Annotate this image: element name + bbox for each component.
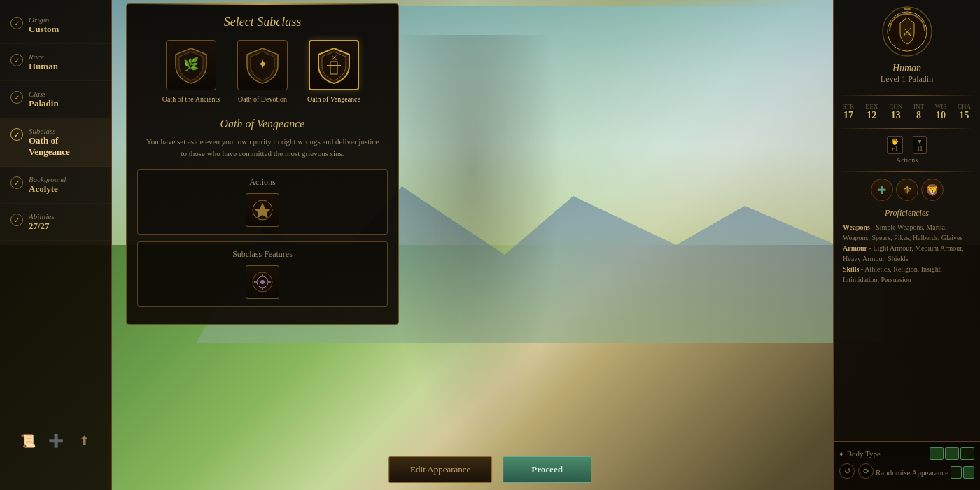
str-value: 17 [844, 110, 853, 121]
abilities-label: Abilities [29, 212, 55, 220]
body-type-buttons [930, 447, 974, 460]
body-icon: ♦ [839, 449, 844, 458]
action-ability-icon[interactable] [246, 193, 279, 227]
body-type-btn-1[interactable] [930, 447, 944, 460]
sidebar-item-background[interactable]: ✓ Background Acolyte [0, 167, 111, 204]
subclass-feature-icon[interactable] [246, 265, 279, 299]
str-label: STR [843, 103, 855, 110]
prof-icon-1[interactable]: ✚ [871, 178, 893, 201]
class-value: Paladin [29, 98, 59, 109]
feature-svg [251, 271, 274, 293]
background-check: ✓ [10, 176, 23, 189]
subclass-features-title: Subclass Features [148, 249, 377, 260]
race-label: Race [29, 52, 58, 61]
proceed-button[interactable]: Proceed [503, 456, 592, 483]
randomise-row: ↺ ⟳ Randomise Appearance [839, 463, 974, 481]
panel-title: Select Subclass [137, 15, 388, 29]
prof-icon-2[interactable]: ⚜ [896, 178, 918, 201]
right-panel: ⚔ Human Level 1 Paladin STR 17 DEX 12 CO… [833, 0, 980, 490]
vengeance-shield-icon: ⚔ [316, 46, 351, 85]
ancients-shield-icon: 🌿 [174, 46, 209, 85]
svg-rect-4 [327, 65, 341, 66]
desc-text: You have set aside even your own purity … [144, 136, 381, 159]
sidebar-item-abilities[interactable]: ✓ Abilities 27/27 [0, 204, 111, 241]
sidebar-item-class[interactable]: ✓ Class Paladin [0, 81, 111, 118]
subclass-option-devotion[interactable]: ✦ Oath of Devotion [231, 40, 294, 104]
abilities-check: ✓ [10, 214, 23, 226]
stat-con: CON 13 [889, 103, 902, 121]
subclass-check: ✓ [10, 128, 23, 141]
svg-text:⚔: ⚔ [331, 54, 337, 62]
stats-divider-top [837, 95, 976, 96]
con-value: 13 [891, 110, 901, 121]
svg-text:⚔: ⚔ [902, 26, 912, 38]
devotion-name: Oath of Devotion [238, 94, 287, 104]
reaction-icon: ♥ [918, 138, 921, 145]
subclass-value: Oath of Vengeance [29, 135, 101, 158]
subclass-features-box: Subclass Features [137, 241, 388, 307]
character-crest-svg: ⚔ [879, 4, 935, 59]
vengeance-name: Oath of Vengeance [307, 94, 360, 104]
randomise-icon-1[interactable]: ↺ [839, 463, 855, 479]
edit-appearance-button[interactable]: Edit Appearance [388, 456, 492, 483]
class-check: ✓ [10, 91, 23, 104]
actions-feature-title: Actions [148, 177, 377, 188]
subclass-description: Oath of Vengeance You have set aside eve… [137, 118, 388, 169]
randomise-btn-2[interactable] [963, 466, 974, 479]
stats-divider-mid [837, 128, 976, 129]
armour-label: Armour [843, 244, 867, 252]
reaction-value: 11 [917, 145, 923, 152]
body-type-btn-2[interactable] [945, 447, 959, 460]
weapons-label: Weapons [843, 223, 870, 231]
randomise-buttons [951, 466, 974, 479]
stat-cha: CHA 15 [958, 103, 971, 121]
skills-label: Skills [843, 265, 859, 273]
sidebar-item-race[interactable]: ✓ Race Human [0, 44, 111, 81]
scroll-icon[interactable]: 📜 [18, 430, 38, 451]
bottom-right-panel: ♦ Body Type ↺ ⟳ Randomise Appearance [833, 441, 980, 490]
center-panel: Select Subclass 🌿 Oath of the Ancients [115, 0, 410, 490]
class-label: Class [29, 90, 59, 98]
abilities-value: 27/27 [29, 220, 55, 232]
character-name: Human [892, 63, 921, 74]
proficiencies-text: Weapons - Simple Weapons, Martial Weapon… [843, 222, 971, 285]
sidebar-item-subclass[interactable]: ✓ Subclass Oath of Vengeance [0, 118, 111, 167]
subclass-option-vengeance[interactable]: ⚔ Oath of Vengeance [302, 40, 365, 104]
subclass-label: Subclass [29, 127, 101, 135]
reaction-badge: ♥ 11 [913, 136, 927, 154]
origin-check: ✓ [10, 17, 23, 29]
randomise-btn-1[interactable] [951, 466, 962, 479]
int-label: INT [913, 103, 924, 110]
stat-dex: DEX 12 [865, 103, 878, 121]
randomise-icon-2[interactable]: ⟳ [858, 463, 874, 479]
proficiencies-title: Proficiencies [843, 208, 971, 218]
background-label: Background [29, 175, 66, 183]
desc-title: Oath of Vengeance [144, 118, 381, 130]
subclass-panel: Select Subclass 🌿 Oath of the Ancients [126, 4, 399, 325]
subclass-options: 🌿 Oath of the Ancients ✦ Oath of Devotio… [137, 40, 388, 104]
proficiencies-section: Proficiencies Weapons - Simple Weapons, … [837, 204, 976, 288]
actions-icon-row [148, 193, 377, 227]
actions-feature-box: Actions [137, 169, 388, 234]
body-type-btn-3[interactable] [960, 447, 974, 460]
ancients-name: Oath of the Ancients [162, 94, 220, 104]
wis-value: 10 [936, 110, 946, 121]
randomise-icons: ↺ ⟳ [839, 463, 874, 479]
plus-icon[interactable]: ➕ [46, 430, 66, 451]
proficiency-icons: ✚ ⚜ 🦁 [871, 178, 944, 201]
randomise-label: Randomise Appearance [876, 468, 948, 477]
randomise-text: Randomise Appearance [876, 468, 948, 477]
arrows-icon[interactable]: ⬆ [74, 430, 94, 451]
character-class: Level 1 Paladin [881, 74, 933, 85]
prof-icon-3[interactable]: 🦁 [921, 178, 944, 201]
abilities-text: Abilities 27/27 [29, 212, 55, 232]
stats-row: STR 17 DEX 12 CON 13 INT 8 WIS 10 CHA 15 [837, 99, 976, 125]
subclass-option-ancients[interactable]: 🌿 Oath of the Ancients [160, 40, 223, 104]
sidebar-item-origin[interactable]: ✓ Origin Custom [0, 7, 111, 44]
svg-text:🌿: 🌿 [183, 57, 200, 72]
actions-icons-row: 🖐 +1 ♥ 11 [887, 136, 927, 154]
bonus-action-value: +1 [891, 145, 899, 152]
stat-str: STR 17 [843, 103, 855, 121]
origin-text: Origin Custom [29, 15, 59, 35]
class-text: Class Paladin [29, 90, 59, 109]
